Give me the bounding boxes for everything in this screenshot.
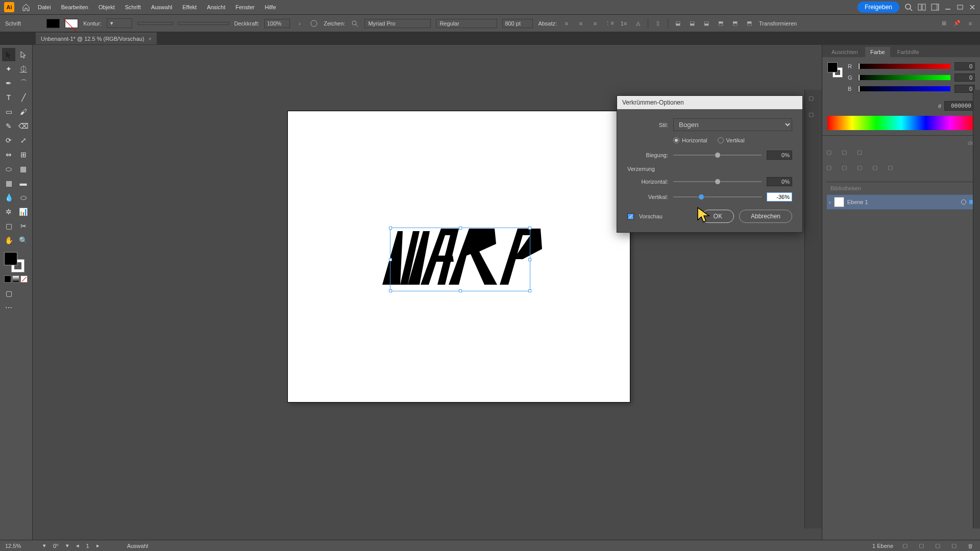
menu-hilfe[interactable]: Hilfe	[261, 4, 280, 10]
width-tool-icon[interactable]: ⇔	[2, 148, 15, 161]
menu-auswahl[interactable]: Auswahl	[147, 4, 177, 10]
tab-close-icon[interactable]: ×	[149, 36, 152, 42]
zoom-dropdown-icon[interactable]: ▾	[43, 542, 46, 549]
font-family-dropdown[interactable]: Myriad Pro	[364, 19, 431, 28]
menu-icon[interactable]: ≡	[966, 19, 975, 28]
layer-sublayer-icon[interactable]: ▢	[857, 149, 867, 159]
menu-objekt[interactable]: Objekt	[94, 4, 119, 10]
artboard-tool-icon[interactable]: ▢	[2, 219, 15, 233]
shaper-tool-icon[interactable]: ✎	[2, 119, 15, 133]
handle-top-left[interactable]	[389, 227, 392, 230]
arrange-icon[interactable]	[918, 3, 926, 11]
shape-builder-icon[interactable]: ⬭	[2, 162, 15, 176]
distort-h-value[interactable]: 0%	[767, 177, 792, 186]
status-icon-4[interactable]: ▢	[949, 541, 959, 550]
color-mode-gradient-icon[interactable]	[12, 276, 19, 283]
align-obj-icon[interactable]: ▯	[653, 19, 663, 28]
stroke-weight-dropdown[interactable]: ▾	[107, 18, 132, 28]
gradient-tool-icon[interactable]: ▬	[17, 177, 30, 190]
rotation-value[interactable]: 0°	[53, 543, 59, 549]
r-slider[interactable]	[859, 64, 950, 69]
artboard-nav-prev-icon[interactable]: ◂	[76, 542, 79, 549]
align-v-bot-icon[interactable]: ⬒	[745, 19, 754, 28]
maximize-icon[interactable]	[957, 4, 964, 11]
align-h-left-icon[interactable]: ⬓	[673, 19, 682, 28]
panel-toggle-icon[interactable]: ⊞	[939, 19, 948, 28]
status-icon-3[interactable]: ▢	[933, 541, 942, 550]
color-mode-none-icon[interactable]	[20, 276, 28, 283]
layer-locate-icon[interactable]: ▢	[826, 164, 837, 174]
layer-name[interactable]: Ebene 1	[847, 199, 868, 205]
align-v-top-icon[interactable]: ⬒	[716, 19, 725, 28]
eraser-tool-icon[interactable]: ⌫	[17, 119, 30, 133]
magic-wand-tool-icon[interactable]: ✦	[2, 62, 15, 76]
home-icon[interactable]	[20, 2, 32, 13]
ok-button[interactable]: OK	[702, 210, 734, 223]
horizontal-radio[interactable]: Horizontal	[673, 137, 707, 143]
vorschau-checkbox[interactable]: ✓	[627, 213, 634, 220]
handle-bottom-right[interactable]	[528, 289, 531, 292]
align-h-right-icon[interactable]: ⬓	[702, 19, 711, 28]
distort-v-value[interactable]: -36%	[767, 192, 792, 202]
layer-filter-icon[interactable]: ▢	[826, 149, 837, 159]
b-value[interactable]: 0	[954, 85, 975, 93]
line-tool-icon[interactable]: ╱	[17, 91, 30, 104]
slice-tool-icon[interactable]: ✂	[17, 219, 30, 233]
screen-mode-icon[interactable]: ▢	[2, 287, 15, 300]
tab-farbe[interactable]: Farbe	[865, 47, 890, 57]
pen-tool-icon[interactable]: ✒	[2, 77, 15, 90]
font-size-input[interactable]: 800 pt	[502, 19, 533, 28]
free-transform-icon[interactable]: ⊞	[17, 148, 30, 161]
menu-fenster[interactable]: Fenster	[231, 4, 258, 10]
g-slider[interactable]	[859, 75, 950, 80]
perspective-grid-icon[interactable]: ▦	[17, 162, 30, 176]
layer-target-icon[interactable]	[961, 199, 966, 205]
properties-panel-icon[interactable]: ▢	[808, 95, 819, 105]
distort-v-slider[interactable]	[673, 196, 762, 197]
zoom-level[interactable]: 12.5%	[5, 543, 36, 549]
paintbrush-tool-icon[interactable]: 🖌	[17, 105, 30, 118]
layer-trash-icon[interactable]: ▢	[888, 164, 898, 174]
status-icon-1[interactable]: ▢	[900, 541, 910, 550]
handle-bottom-center[interactable]	[459, 289, 462, 292]
g-value[interactable]: 0	[954, 73, 975, 82]
pin-icon[interactable]: 📌	[952, 19, 962, 28]
distort-h-slider[interactable]	[673, 181, 762, 182]
tab-ausrichten[interactable]: Ausrichten	[826, 47, 863, 57]
transform-label[interactable]: Transformieren	[759, 20, 797, 27]
stroke-profile-dropdown[interactable]	[137, 22, 173, 25]
menu-bearbeiten[interactable]: Bearbeiten	[57, 4, 92, 10]
selection-bounds[interactable]	[390, 228, 530, 291]
stroke-swatch[interactable]	[65, 19, 78, 28]
mesh-tool-icon[interactable]: ▦	[2, 177, 15, 190]
align-center-icon[interactable]: ≡	[576, 19, 585, 28]
menu-ansicht[interactable]: Ansicht	[203, 4, 229, 10]
close-icon[interactable]	[969, 4, 976, 11]
edit-toolbar-icon[interactable]: ⋯	[2, 301, 15, 314]
status-trash-icon[interactable]: 🗑	[966, 541, 975, 550]
menu-schrift[interactable]: Schrift	[121, 4, 145, 10]
align-h-center-icon[interactable]: ⬓	[688, 19, 697, 28]
b-slider[interactable]	[859, 86, 950, 91]
menu-datei[interactable]: Datei	[34, 4, 55, 10]
direct-selection-tool-icon[interactable]	[17, 48, 30, 61]
handle-left-center[interactable]	[389, 258, 392, 261]
tab-farbhilfe[interactable]: Farbhilfe	[892, 47, 924, 57]
artboard-number[interactable]: 1	[86, 543, 89, 549]
layer-mask-icon[interactable]: ▢	[857, 164, 867, 174]
r-value[interactable]: 0	[954, 62, 975, 70]
list-number-icon[interactable]: 1≡	[619, 19, 628, 28]
blend-tool-icon[interactable]: ⬭	[17, 191, 30, 204]
artboard-nav-next-icon[interactable]: ▸	[96, 542, 100, 549]
handle-top-right[interactable]	[528, 227, 531, 230]
rotate-tool-icon[interactable]: ⟳	[2, 134, 15, 147]
vertikal-radio[interactable]: Vertikal	[718, 137, 745, 143]
fill-stroke-swatch[interactable]	[4, 252, 24, 272]
color-mode-solid-icon[interactable]	[4, 276, 11, 283]
lasso-tool-icon[interactable]: ⏂	[17, 62, 30, 76]
fill-swatch[interactable]	[46, 19, 60, 28]
abbrechen-button[interactable]: Abbrechen	[739, 210, 792, 223]
handle-top-center[interactable]	[459, 227, 462, 230]
menu-effekt[interactable]: Effekt	[178, 4, 201, 10]
scale-tool-icon[interactable]: ⤢	[17, 134, 30, 147]
